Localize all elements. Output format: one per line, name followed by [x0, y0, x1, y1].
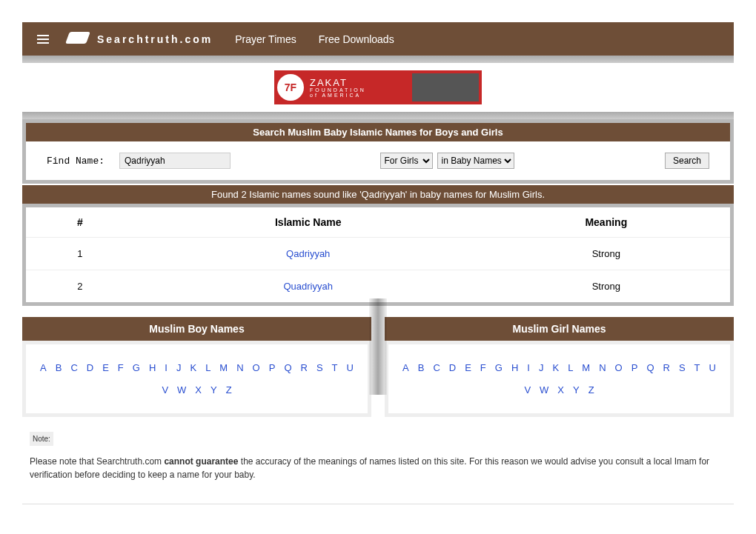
alpha-letter-k[interactable]: K [552, 362, 559, 373]
banner-badge: 7F [277, 74, 304, 101]
results-message: Found 2 Islamic names sound like 'Qadriy… [22, 185, 734, 204]
search-panel: Search Muslim Baby Islamic Names for Boy… [22, 119, 734, 184]
divider-shadow [22, 56, 734, 63]
alpha-letter-s[interactable]: S [316, 362, 323, 373]
girl-names-header: Muslim Girl Names [385, 317, 734, 341]
table-header-row: # Islamic Name Meaning [26, 207, 730, 238]
alpha-letter-e[interactable]: E [102, 362, 109, 373]
alpha-letter-q[interactable]: Q [284, 362, 291, 373]
search-button[interactable]: Search [665, 153, 709, 169]
alpha-letter-p[interactable]: P [631, 362, 638, 373]
note-label: Note: [30, 432, 53, 446]
navbar: Searchtruth.com Prayer Times Free Downlo… [22, 22, 734, 56]
alpha-letter-j[interactable]: J [176, 362, 182, 373]
alpha-letter-z[interactable]: Z [226, 384, 232, 396]
results-table: # Islamic Name Meaning 1 Qadriyyah Stron… [26, 207, 730, 302]
logo-icon [67, 32, 90, 47]
girl-names-column: Muslim Girl Names ABCDEFGHIJKLMNOPQRSTUV… [385, 317, 734, 417]
alpha-letter-y[interactable]: Y [573, 384, 580, 396]
column-divider-shadow [369, 298, 387, 395]
note: Note: Please note that Searchtruth.com c… [30, 432, 726, 481]
banner-title: ZAKAT FOUNDATION of AMERICA [310, 78, 366, 98]
alpha-letter-c[interactable]: C [433, 362, 440, 373]
alpha-letter-h[interactable]: H [149, 362, 156, 373]
boy-names-column: Muslim Boy Names ABCDEFGHIJKLMNOPQRSTUVW… [22, 317, 371, 417]
alpha-letter-f[interactable]: F [480, 362, 486, 373]
alpha-letter-o[interactable]: O [615, 362, 623, 373]
divider [22, 504, 734, 504]
alpha-letter-i[interactable]: I [165, 362, 168, 373]
alpha-letter-p[interactable]: P [269, 362, 276, 373]
alpha-letter-m[interactable]: M [219, 362, 228, 373]
scope-select[interactable]: in Baby Names [437, 153, 514, 169]
alpha-letter-u[interactable]: U [347, 362, 354, 373]
boy-names-header: Muslim Boy Names [22, 317, 371, 341]
alpha-letter-w[interactable]: W [177, 384, 186, 396]
boy-alphabet: ABCDEFGHIJKLMNOPQRSTUVWXYZ [22, 341, 371, 417]
alpha-letter-d[interactable]: D [449, 362, 456, 373]
col-name: Islamic Name [134, 207, 483, 238]
name-link[interactable]: Qadriyyah [134, 238, 483, 270]
alpha-letter-q[interactable]: Q [646, 362, 654, 373]
divider-shadow [22, 112, 734, 119]
alpha-letter-k[interactable]: K [190, 362, 196, 373]
alpha-letter-u[interactable]: U [709, 362, 716, 373]
alpha-letter-g[interactable]: G [495, 362, 503, 373]
alpha-letter-z[interactable]: Z [588, 384, 594, 396]
alpha-letter-h[interactable]: H [511, 362, 518, 373]
girl-alphabet: ABCDEFGHIJKLMNOPQRSTUVWXYZ [385, 341, 734, 417]
alpha-letter-w[interactable]: W [540, 384, 548, 396]
alpha-letter-y[interactable]: Y [210, 384, 217, 396]
gender-select[interactable]: For Girls For Boys [380, 153, 433, 169]
alpha-letter-s[interactable]: S [679, 362, 686, 373]
banner-image [412, 73, 479, 101]
col-meaning: Meaning [483, 207, 730, 238]
alpha-letter-i[interactable]: I [527, 362, 530, 373]
alpha-letter-g[interactable]: G [133, 362, 140, 373]
search-header: Search Muslim Baby Islamic Names for Boy… [26, 123, 730, 141]
alpha-letter-x[interactable]: X [195, 384, 202, 396]
alpha-letter-x[interactable]: X [557, 384, 564, 396]
alpha-letter-d[interactable]: D [87, 362, 93, 373]
results-table-container: # Islamic Name Meaning 1 Qadriyyah Stron… [22, 204, 734, 306]
alpha-letter-n[interactable]: N [599, 362, 606, 373]
alpha-letter-o[interactable]: O [253, 362, 260, 373]
alpha-letter-t[interactable]: T [694, 362, 700, 373]
alpha-letter-r[interactable]: R [301, 362, 308, 373]
alpha-letter-c[interactable]: C [70, 362, 77, 373]
menu-icon[interactable] [37, 33, 49, 46]
table-row: 1 Qadriyyah Strong [26, 238, 730, 270]
alpha-letter-b[interactable]: B [418, 362, 425, 373]
alpha-letter-r[interactable]: R [663, 362, 670, 373]
table-row: 2 Quadriyyah Strong [26, 270, 730, 303]
alpha-letter-l[interactable]: L [568, 362, 573, 373]
alpha-letter-t[interactable]: T [332, 362, 338, 373]
col-number: # [26, 207, 134, 238]
alpha-letter-a[interactable]: A [402, 362, 409, 373]
nav-link-prayer-times[interactable]: Prayer Times [235, 33, 296, 45]
alpha-letter-v[interactable]: V [162, 384, 168, 396]
name-link[interactable]: Quadriyyah [134, 270, 483, 303]
alpha-letter-l[interactable]: L [205, 362, 210, 373]
search-form: Find Name: For Girls For Boys in Baby Na… [26, 141, 730, 180]
alpha-letter-e[interactable]: E [465, 362, 471, 373]
name-input[interactable] [119, 153, 231, 169]
find-name-label: Find Name: [47, 156, 105, 167]
site-name[interactable]: Searchtruth.com [97, 33, 213, 45]
ad-banner[interactable]: 7F ZAKAT FOUNDATION of AMERICA [0, 70, 756, 104]
alpha-letter-a[interactable]: A [40, 362, 47, 373]
alpha-letter-v[interactable]: V [524, 384, 531, 396]
alpha-letter-j[interactable]: J [539, 362, 544, 373]
alpha-letter-f[interactable]: F [118, 362, 124, 373]
names-grid: Muslim Boy Names ABCDEFGHIJKLMNOPQRSTUVW… [22, 317, 734, 417]
alpha-letter-m[interactable]: M [582, 362, 590, 373]
alpha-letter-b[interactable]: B [56, 362, 62, 373]
alpha-letter-n[interactable]: N [236, 362, 243, 373]
nav-link-downloads[interactable]: Free Downloads [319, 33, 394, 45]
